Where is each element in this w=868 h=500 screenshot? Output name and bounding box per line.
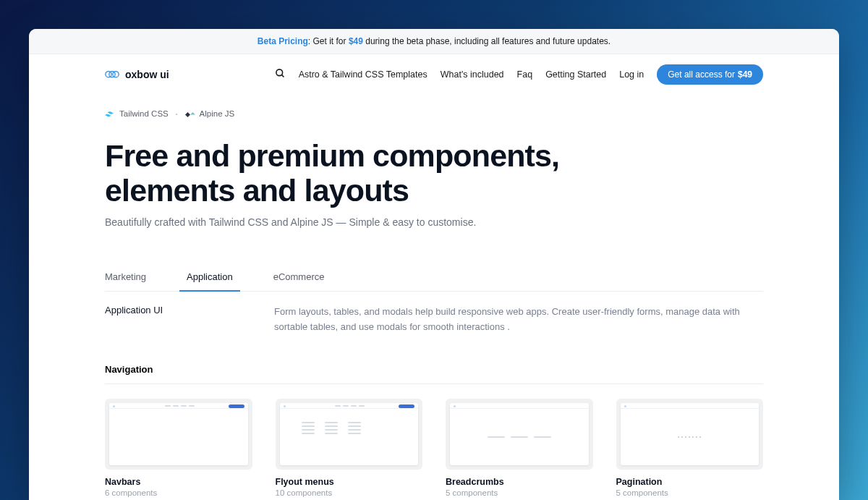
tab-marketing[interactable]: Marketing <box>105 271 146 291</box>
cta-label: Get all access for <box>668 69 735 80</box>
nav-templates[interactable]: Astro & Tailwind CSS Templates <box>299 69 427 80</box>
category-heading: Navigation <box>105 364 763 384</box>
card-meta: 6 components <box>105 488 252 497</box>
card-title: Flyout menus <box>276 477 423 487</box>
tag-tailwind-label: Tailwind CSS <box>119 109 169 118</box>
logo-icon <box>105 69 119 80</box>
card-navbars[interactable]: Navbars 6 components <box>105 399 252 497</box>
banner-price: $49 <box>349 36 363 46</box>
brand[interactable]: oxbow ui <box>105 69 169 80</box>
search-icon[interactable] <box>275 68 286 81</box>
tag-tailwind[interactable]: Tailwind CSS <box>105 109 169 118</box>
nav-included[interactable]: What's included <box>441 69 504 80</box>
nav: Astro & Tailwind CSS Templates What's in… <box>275 64 763 85</box>
nav-faq[interactable]: Faq <box>517 69 533 80</box>
page-subtitle: Beautifully crafted with Tailwind CSS an… <box>105 216 763 228</box>
card-preview <box>446 399 593 470</box>
card-title: Breadcrumbs <box>446 477 593 487</box>
tag-alpine-label: Alpine JS <box>200 109 235 118</box>
alpine-icon <box>185 110 195 117</box>
card-grid: Navbars 6 components <box>105 399 763 497</box>
tag-alpine[interactable]: Alpine JS <box>185 109 235 118</box>
card-preview <box>276 399 423 470</box>
card-meta: 5 components <box>446 488 593 497</box>
cta-button[interactable]: Get all access for $49 <box>657 64 763 85</box>
card-title: Pagination <box>616 477 764 487</box>
card-breadcrumbs[interactable]: Breadcrumbs 5 components <box>446 399 593 497</box>
cta-price: $49 <box>738 69 752 80</box>
tab-ecommerce[interactable]: eCommerce <box>273 271 325 291</box>
banner-prefix: Beta Pricing <box>258 36 308 46</box>
card-meta: 10 components <box>276 488 423 497</box>
section-description: Form layouts, tables, and modals help bu… <box>274 305 763 335</box>
svg-line-4 <box>281 75 284 77</box>
content: Tailwind CSS • Alpine JS Free and premiu… <box>105 95 763 500</box>
section-heading: Application UI <box>105 305 274 335</box>
card-preview <box>616 399 764 470</box>
page-title: Free and premium components, elements an… <box>105 138 763 208</box>
card-title: Navbars <box>105 477 252 487</box>
nav-getting-started[interactable]: Getting Started <box>545 69 606 80</box>
banner-text2: during the beta phase, including all fea… <box>363 36 610 46</box>
tech-tags: Tailwind CSS • Alpine JS <box>105 109 763 118</box>
tab-application[interactable]: Application <box>187 271 233 291</box>
title-line2: elements and layouts <box>105 173 409 208</box>
title-line1: Free and premium components, <box>105 138 559 173</box>
card-flyout-menus[interactable]: Flyout menus 10 components <box>276 399 423 497</box>
banner-text1: : Get it for <box>308 36 349 46</box>
card-meta: 5 components <box>616 488 764 497</box>
tailwind-icon <box>105 110 115 117</box>
nav-login[interactable]: Log in <box>619 69 644 80</box>
section-description-row: Application UI Form layouts, tables, and… <box>105 292 763 364</box>
svg-point-3 <box>276 69 283 76</box>
app-window: Beta Pricing: Get it for $49 during the … <box>29 29 839 500</box>
card-preview <box>105 399 252 470</box>
card-pagination[interactable]: Pagination 5 components <box>616 399 764 497</box>
tag-separator: • <box>176 111 178 117</box>
brand-name: oxbow ui <box>125 69 169 80</box>
header: oxbow ui Astro & Tailwind CSS Templates … <box>105 54 763 95</box>
tabs: Marketing Application eCommerce <box>105 271 763 292</box>
svg-point-2 <box>113 72 119 77</box>
beta-banner[interactable]: Beta Pricing: Get it for $49 during the … <box>29 29 839 54</box>
